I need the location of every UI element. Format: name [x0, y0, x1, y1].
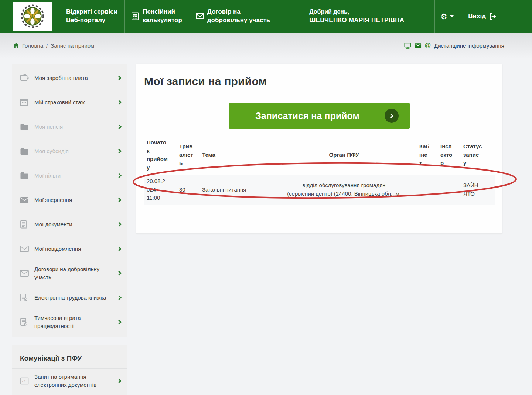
envelope-filled-icon — [20, 197, 30, 203]
sidebar-item-label: Моя субсидія — [30, 147, 117, 155]
col-header-topic: Тема — [201, 136, 270, 175]
sidebar-gap — [12, 337, 127, 345]
nav-pension-calculator-label: Пенсійний калькулятор — [143, 8, 182, 25]
sidebar-item-label: Мої пільги — [30, 172, 117, 180]
book-appointment-button[interactable]: Записатися на прийом — [229, 103, 410, 129]
sidebar-item-label: Мої документи — [30, 220, 117, 229]
chevron-right-icon — [117, 76, 122, 80]
chevron-right-icon — [117, 101, 122, 104]
nav-voluntary-contract-label: Договір на добровільну участь — [207, 8, 270, 25]
at-icon[interactable]: @ — [425, 42, 431, 49]
folder-icon — [20, 148, 30, 155]
app-header: Відкриті сервіси Веб-порталу Пенсійний к… — [0, 0, 532, 33]
col-header-cabinet: Каб іне т — [418, 136, 439, 175]
chevron-right-icon — [117, 125, 122, 128]
sidebar-item-label: Електронна трудова книжка — [30, 294, 117, 302]
folder-icon — [20, 123, 30, 131]
sidebar-item-salary[interactable]: Моя заробітна плата — [12, 66, 127, 90]
settings-button[interactable]: ⚙ — [434, 0, 459, 33]
cell-organ: відділ обслуговування громадян (сервісни… — [270, 175, 418, 205]
monitor-icon[interactable] — [404, 42, 411, 49]
appointments-card: Мої записи на прийом Записатися на прийо… — [136, 64, 502, 234]
sidebar-item-subsidy[interactable]: Моя субсидія — [12, 139, 127, 163]
user-name-link[interactable]: ШЕВЧЕНКО МАРІЯ ПЕТРІВНА — [309, 17, 404, 24]
sidebar-item-appeals[interactable]: Мої звернення — [12, 188, 127, 212]
sidebar-item-documents[interactable]: Мої документи — [12, 212, 127, 237]
remote-info-link[interactable]: Дистанційне інформування — [434, 43, 504, 49]
col-header-organ: Орган ПФУ — [270, 136, 418, 175]
sidebar-item-label: Моя пенсія — [30, 123, 117, 131]
sidebar-item-label: Мої звернення — [30, 196, 117, 204]
svg-text:c/: c/ — [22, 379, 25, 383]
chevron-right-icon — [117, 198, 122, 202]
sidebar-communications-panel: Комунікації з ПФУ c/ Запит на отримання … — [12, 345, 127, 395]
table-header-row: Почато к прийом у Трив аліст ь Тема Орга… — [144, 136, 495, 175]
cell-duration: 30 — [178, 175, 201, 205]
appointments-table: Почато к прийом у Трив аліст ь Тема Орга… — [144, 136, 495, 205]
sidebar-item-label: Мої повідомлення — [30, 245, 117, 253]
cell-start: 20.08.2 024 11:00 — [144, 175, 178, 205]
chevron-right-icon — [117, 320, 122, 324]
nav-pension-calculator[interactable]: Пенсійний калькулятор — [125, 0, 189, 33]
sidebar-item-temporary-disability[interactable]: Тимчасова втрата працездатності — [12, 310, 127, 334]
envelope-icon — [196, 12, 204, 20]
cell-inspector — [439, 175, 462, 205]
button-separator — [373, 106, 373, 126]
breadcrumb-home-link[interactable]: Головна — [22, 43, 43, 49]
envelope-outline-icon — [20, 246, 30, 252]
sidebar-item-insurance-record[interactable]: Мій страховий стаж — [12, 90, 127, 115]
arrow-right-circle-icon — [385, 109, 399, 123]
sidebar-item-notifications[interactable]: Мої повідомлення — [12, 237, 127, 261]
sidebar-item-label: Мій страховий стаж — [30, 98, 117, 107]
document-gear-icon — [20, 293, 30, 302]
col-header-inspector: Інсп екто р — [439, 136, 462, 175]
logout-button[interactable]: Вихід — [459, 0, 505, 33]
nav-voluntary-contract[interactable]: Договір на добровільну участь — [189, 0, 277, 33]
breadcrumb-current: Запис на прийом — [51, 43, 94, 49]
folder-icon — [20, 172, 30, 179]
chevron-right-icon — [117, 247, 122, 250]
sidebar-section-title: Комунікації з ПФУ — [12, 345, 127, 369]
greeting-text: Добрий день, — [309, 9, 404, 15]
logout-label: Вихід — [468, 13, 486, 20]
chevron-right-icon — [117, 271, 122, 275]
table-row: 20.08.2 024 11:00 30 Загальні питання ві… — [144, 175, 495, 205]
home-icon[interactable] — [13, 43, 19, 48]
envelope-outline-icon — [20, 270, 30, 277]
chevron-right-icon — [117, 149, 122, 153]
chevron-right-icon — [117, 296, 122, 299]
page-title: Мої записи на прийом — [144, 75, 495, 88]
calculator-icon — [131, 12, 139, 20]
sidebar-item-label: Запит на отримання електронних документі… — [30, 373, 117, 389]
sidebar-item-labor-book[interactable]: Електронна трудова книжка — [12, 286, 127, 310]
sidebar-item-edocument-request[interactable]: c/ Запит на отримання електронних докуме… — [12, 369, 127, 393]
request-document-icon: c/ — [20, 377, 30, 385]
nav-open-services[interactable]: Відкриті сервіси Веб-порталу — [59, 0, 125, 33]
remote-info-block: @ Дистанційне інформування — [404, 42, 505, 49]
breadcrumb-row: Головна / Запис на прийом @ Дистанційне … — [13, 40, 504, 51]
header-spacer — [277, 0, 309, 33]
document-gear-icon — [20, 318, 30, 327]
mail-icon[interactable] — [415, 42, 422, 49]
header-end-pad — [505, 0, 532, 33]
pfu-logo[interactable] — [13, 2, 52, 31]
sidebar-item-label: Моя заробітна плата — [30, 74, 117, 82]
nav-open-services-label: Відкриті сервіси Веб-порталу — [66, 8, 117, 25]
book-appointment-label: Записатися на прийом — [229, 111, 373, 121]
title-divider — [144, 93, 495, 93]
chevron-right-icon — [117, 223, 122, 226]
sidebar-item-benefits[interactable]: Мої пільги — [12, 163, 127, 188]
cell-status: ЗАЙН ЯТО — [462, 175, 495, 205]
sidebar: Моя заробітна плата Мій страховий стаж М… — [12, 64, 127, 395]
document-icon — [20, 220, 30, 229]
logout-icon — [489, 13, 496, 20]
breadcrumb: Головна / Запис на прийом — [13, 43, 94, 49]
breadcrumb-separator: / — [46, 43, 48, 49]
chevron-right-icon — [117, 174, 122, 177]
sidebar-item-pension[interactable]: Моя пенсія — [12, 115, 127, 139]
col-header-status: Статус запис у — [462, 136, 495, 175]
pfu-emblem-icon — [20, 4, 45, 28]
col-header-duration: Трив аліст ь — [178, 136, 201, 175]
sidebar-item-voluntary-contracts[interactable]: Договори на добровільну участь — [12, 261, 127, 286]
wallet-icon — [20, 74, 30, 82]
